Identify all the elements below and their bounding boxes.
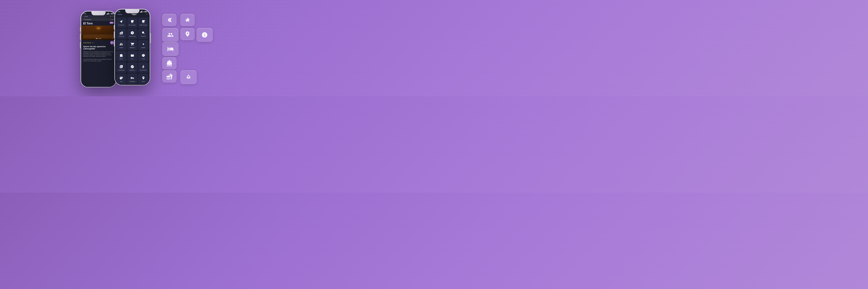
battery-icon — [111, 13, 113, 14]
wohlfuhlen-icon — [130, 65, 134, 69]
museen-icon — [119, 54, 123, 58]
category-regionales[interactable]: Regionales — [127, 40, 137, 50]
imbiss-icon — [130, 31, 134, 35]
nav-bar-menu: ‹ Zurück Tipps ✕ — [115, 13, 150, 17]
rating-badge: 9.2 — [110, 41, 114, 45]
phone2-power — [150, 33, 151, 43]
restaurants-label: Restaurants — [119, 36, 124, 37]
screen-detail: 9:41 ▲ — [81, 11, 116, 87]
scene: 9:41 ▲ — [81, 9, 209, 87]
battery-icon-2 — [145, 11, 147, 12]
wifi-icon-2: ▲ — [143, 11, 144, 12]
category-museen[interactable]: Museen — [116, 51, 126, 61]
family-icon — [167, 32, 174, 38]
restaurant-title: El Toro TIPP — [81, 21, 116, 26]
touren-icon — [142, 76, 145, 80]
ausflugsziele-icon — [119, 20, 123, 24]
stars: ★★★★★ — [83, 42, 91, 44]
sport-icon — [142, 65, 145, 69]
nav-bar-detail: ‹ Zurück ♥ ✕ — [81, 15, 116, 18]
phone-volume-mute — [80, 27, 81, 31]
museen-label: Museen — [119, 58, 123, 59]
directions-icon — [166, 17, 173, 23]
restaurant-image: 1 / 4 — [81, 26, 116, 40]
image-dots — [96, 38, 101, 39]
category-wohlfuhlen[interactable]: Wohlfühlen — [127, 62, 137, 73]
restaurant-icon — [166, 73, 173, 80]
category-kaffee[interactable]: Kaffee & Kuchen — [138, 17, 148, 28]
back-button[interactable]: ‹ Zurück — [83, 16, 88, 17]
boat-icon — [166, 60, 173, 66]
category-kino[interactable]: Kino — [127, 51, 137, 61]
nightlife-icon — [142, 42, 145, 46]
handwerk-icon — [142, 31, 145, 35]
chevron-left-icon-2: ‹ — [117, 14, 117, 15]
dot-4[interactable] — [100, 38, 101, 39]
category-bars[interactable]: Bars & Kneipen — [127, 17, 137, 28]
kino-label: Kino — [131, 58, 133, 59]
category-handwerk[interactable]: Handwerk — [138, 29, 148, 39]
hotel-icon — [167, 46, 174, 52]
card-pin — [181, 28, 194, 40]
category-theater[interactable]: Theater — [138, 51, 148, 61]
category-restaurants[interactable]: Restaurants — [116, 29, 126, 39]
category-ausstellungen[interactable]: Ausstellungen — [116, 62, 126, 73]
heart-icon[interactable]: ♥ — [110, 15, 111, 17]
status-icons: ▲ — [106, 13, 113, 15]
status-time: 9:41 — [84, 13, 86, 14]
phone2-volume-down — [114, 40, 114, 46]
regionales-label: Regionales — [130, 47, 135, 48]
category-touren[interactable]: Touren — [138, 74, 148, 84]
bars-label: Bars & Kneipen — [129, 24, 136, 26]
sport-label: Sport & Action — [140, 69, 147, 71]
ausflugsziele-label: Ausflugsziele — [118, 24, 124, 26]
location-name: Heringsdorf — [85, 19, 91, 20]
chevron-left-icon: ‹ — [83, 16, 84, 17]
imbiss-label: Imbiss & Food — [129, 36, 135, 37]
card-boat — [162, 57, 177, 69]
category-geheimtipps[interactable]: Geheimtipps — [127, 74, 137, 84]
geheimtipps-label: Geheimtipps — [129, 81, 135, 82]
category-familien[interactable]: Familien — [116, 40, 126, 50]
card-info — [196, 28, 213, 42]
back-button-2[interactable]: ‹ Zurück — [117, 14, 122, 15]
card-directions — [162, 14, 177, 26]
restaurant-description: Willkommen im El Toro Heringsdorf – dem … — [81, 51, 116, 62]
close-icon-2[interactable]: ✕ — [146, 13, 148, 15]
ausstellungen-label: Ausstellungen — [118, 69, 124, 71]
card-family — [162, 28, 179, 42]
rating-count: (4) — [92, 42, 93, 43]
tip-badge: TIPP — [110, 22, 114, 24]
categories-grid: Ausflugsziele Bars & Kneipen Kaffee & Ku… — [115, 17, 150, 85]
card-dog — [181, 14, 194, 26]
dot-1[interactable] — [96, 38, 97, 39]
category-imbiss[interactable]: Imbiss & Food — [127, 29, 137, 39]
location-bar: 📍 Heringsdorf 1.7 km — [81, 18, 116, 21]
menu-title: Tipps — [132, 13, 136, 15]
icon-cards-panel — [162, 14, 209, 82]
nightlife-label: Nightlife — [142, 47, 145, 48]
geheimtipps-icon — [130, 76, 134, 80]
phone2-volume-mute — [114, 25, 114, 29]
kaffee-icon — [142, 20, 145, 24]
theater-label: Theater — [142, 58, 145, 59]
category-nightlife[interactable]: Nightlife — [138, 40, 148, 50]
regionales-icon — [130, 42, 134, 46]
phone-volume-up — [80, 33, 81, 40]
close-icon[interactable]: ✕ — [113, 15, 114, 17]
info-icon — [202, 32, 208, 38]
handwerk-label: Handwerk — [141, 36, 146, 37]
category-ausflugsziele[interactable]: Ausflugsziele — [116, 17, 126, 28]
restaurants-icon — [119, 31, 123, 35]
category-sport[interactable]: Sport & Action — [138, 62, 148, 73]
familien-label: Familien — [119, 47, 123, 48]
dot-3[interactable] — [99, 38, 100, 39]
dot-2[interactable] — [97, 38, 98, 39]
familien-icon — [119, 42, 123, 46]
phone-detail: 9:41 ▲ — [81, 11, 116, 87]
touren-label: Touren — [142, 81, 145, 82]
nav-actions: ♥ ✕ — [110, 15, 114, 17]
forest-icon — [185, 74, 192, 80]
location-icon: 📍 — [83, 19, 85, 20]
category-kunst[interactable]: Kunst — [116, 74, 126, 84]
